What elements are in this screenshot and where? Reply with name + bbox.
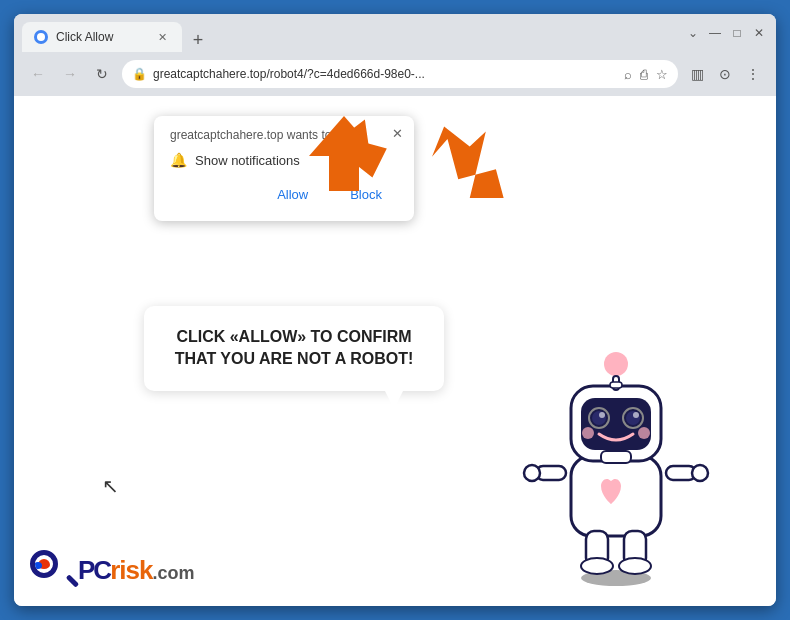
url-bar[interactable]: 🔒 greatcaptchahere.top/robot4/?c=4ded666… <box>122 60 678 88</box>
pcrisk-text: PC risk .com <box>78 557 194 583</box>
magnifier-circle <box>30 550 58 578</box>
close-button[interactable]: ✕ <box>750 24 768 42</box>
window-controls: ⌄ — □ ✕ <box>684 24 768 42</box>
pc-text: PC <box>78 557 110 583</box>
menu-icon[interactable]: ⋮ <box>742 63 764 85</box>
pointing-arrow-svg <box>304 106 404 206</box>
sidebar-toggle-icon[interactable]: ▥ <box>686 63 708 85</box>
profile-icon[interactable]: ⊙ <box>714 63 736 85</box>
lock-icon: 🔒 <box>132 67 147 81</box>
mouse-cursor: ↖ <box>102 474 119 498</box>
back-button[interactable]: ← <box>26 62 50 86</box>
svg-point-26 <box>582 427 594 439</box>
bug-detail <box>34 562 42 569</box>
svg-point-8 <box>524 465 540 481</box>
forward-button[interactable]: → <box>58 62 82 86</box>
magnifier-icon <box>28 548 72 592</box>
page-content: ✕ greatcaptchahere.top wants to... 🔔 Sho… <box>14 96 776 606</box>
minimize-button[interactable]: — <box>706 24 724 42</box>
title-bar: Click Allow ✕ + ⌄ — □ ✕ <box>14 14 776 52</box>
domain-text: .com <box>152 564 194 582</box>
pointing-arrow-container <box>304 106 404 210</box>
svg-point-16 <box>604 352 628 376</box>
chevron-down-button[interactable]: ⌄ <box>684 24 702 42</box>
directional-arrow <box>428 108 518 198</box>
svg-marker-2 <box>428 116 504 198</box>
svg-marker-3 <box>309 116 379 191</box>
tab-close-button[interactable]: ✕ <box>154 29 170 45</box>
pcrisk-logo: PC risk .com <box>28 548 194 592</box>
svg-point-24 <box>599 412 605 418</box>
tab-favicon <box>34 30 48 44</box>
browser-window: Click Allow ✕ + ⌄ — □ ✕ ← → ↻ 🔒 greatcap… <box>14 14 776 606</box>
tab-title: Click Allow <box>56 30 146 44</box>
toolbar-icons: ▥ ⊙ ⋮ <box>686 63 764 85</box>
search-url-icon[interactable]: ⌕ <box>624 67 632 82</box>
tab-area: Click Allow ✕ + <box>22 14 670 52</box>
svg-point-27 <box>638 427 650 439</box>
maximize-button[interactable]: □ <box>728 24 746 42</box>
url-action-icons: ⌕ ⎙ ☆ <box>624 67 668 82</box>
robot-image <box>516 326 716 586</box>
risk-text: risk <box>110 557 152 583</box>
svg-rect-18 <box>610 382 622 388</box>
svg-point-25 <box>633 412 639 418</box>
address-bar: ← → ↻ 🔒 greatcaptchahere.top/robot4/?c=4… <box>14 52 776 96</box>
robot-svg <box>516 326 716 586</box>
active-tab[interactable]: Click Allow ✕ <box>22 22 182 52</box>
url-text: greatcaptchahere.top/robot4/?c=4ded666d-… <box>153 67 618 81</box>
bookmark-icon[interactable]: ☆ <box>656 67 668 82</box>
svg-point-13 <box>619 558 651 574</box>
svg-point-9 <box>692 465 708 481</box>
bug-icon <box>38 559 50 569</box>
svg-point-12 <box>581 558 613 574</box>
svg-rect-15 <box>601 451 631 463</box>
speech-bubble: CLICK «ALLOW» TO CONFIRM THAT YOU ARE NO… <box>144 306 444 391</box>
bell-icon: 🔔 <box>170 152 187 168</box>
new-tab-button[interactable]: + <box>186 28 210 52</box>
notification-label: Show notifications <box>195 153 300 168</box>
reload-button[interactable]: ↻ <box>90 62 114 86</box>
speech-bubble-text: CLICK «ALLOW» TO CONFIRM THAT YOU ARE NO… <box>175 328 414 367</box>
share-url-icon[interactable]: ⎙ <box>640 67 648 82</box>
